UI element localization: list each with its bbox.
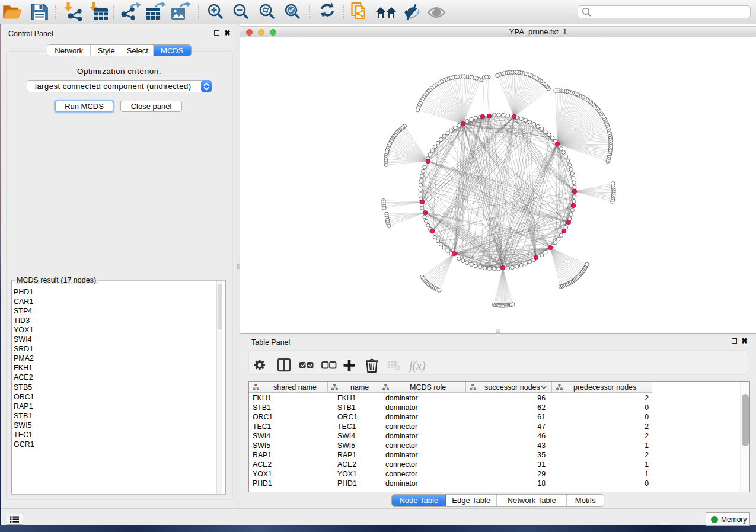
svg-text:Memory: Memory bbox=[721, 515, 747, 524]
svg-text:f(x): f(x) bbox=[409, 359, 426, 373]
